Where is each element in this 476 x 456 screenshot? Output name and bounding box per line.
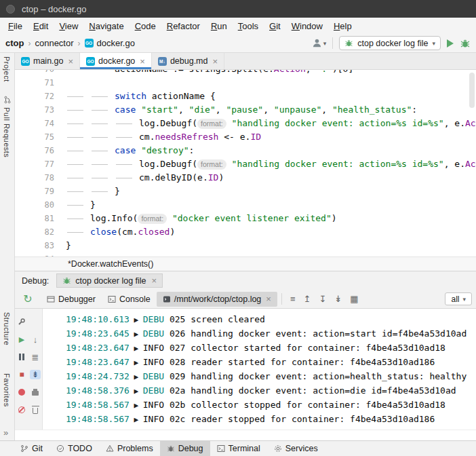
navigation-bar: ctop › connector › GO docker.go ▾ ctop d…	[0, 34, 476, 53]
menu-help[interactable]: Help	[328, 20, 357, 33]
code-token: actionName := strings.Split(e.	[115, 70, 274, 74]
sidebar-item-structure[interactable]: Structure	[3, 312, 11, 345]
log-seq: 029	[164, 371, 191, 381]
pause-button[interactable]	[19, 354, 24, 360]
sidebar-item-favorites[interactable]: Favorites	[3, 373, 11, 407]
code-line: 82close(cm.closed)	[15, 225, 476, 239]
sidebar-item-pull-requests[interactable]: Pull Requests	[3, 107, 11, 157]
soft-wrap-button[interactable]: ≣	[32, 352, 39, 362]
menu-run[interactable]: Run	[205, 20, 233, 33]
tab-debug-md[interactable]: M↓ debug.md ×	[152, 53, 224, 69]
statusbar-item-todo[interactable]: TODO	[49, 441, 99, 456]
tab-docker-go[interactable]: GO docker.go ×	[80, 53, 152, 69]
line-number: 75	[15, 130, 54, 144]
scroll-to-end-icon[interactable]: ↡	[330, 294, 346, 304]
log-level: DEBU	[143, 328, 164, 339]
code-text: log.Debugf(format: "handling docker even…	[66, 157, 476, 171]
menu-view[interactable]: View	[54, 20, 83, 33]
todo-icon	[56, 444, 64, 453]
menu-git[interactable]: Git	[264, 20, 286, 33]
code-text: case "destroy":	[66, 144, 194, 157]
menu-navigate[interactable]: Navigate	[83, 20, 129, 33]
stop-button[interactable]: ■	[19, 370, 24, 379]
chevron-down-icon: ▾	[323, 40, 327, 47]
code-token: "unpause"	[274, 104, 321, 115]
layout-grid-icon[interactable]: ▦	[346, 294, 362, 304]
log-message: reader started for container: f4be4a53d1…	[191, 357, 435, 367]
code-token: :	[412, 104, 417, 115]
menu-edit[interactable]: Edit	[28, 20, 54, 33]
menu-refactor[interactable]: Refactor	[161, 20, 205, 33]
profile-button[interactable]: ▾	[312, 38, 327, 48]
up-stack-trace-icon[interactable]: ↥	[300, 294, 315, 304]
clear-all-button[interactable]	[33, 408, 38, 414]
code-token: Action	[465, 159, 476, 169]
tab-debugger[interactable]: Debugger	[41, 292, 102, 307]
breadcrumb-project[interactable]: ctop	[5, 38, 24, 48]
statusbar-item-terminal[interactable]: Terminal	[210, 441, 267, 456]
log-message: reader stopped for container: f4be4a53d1…	[191, 414, 435, 424]
soft-wraps-icon[interactable]: ≡	[286, 294, 300, 304]
close-icon[interactable]: ×	[68, 56, 73, 66]
more-tool-windows-button[interactable]: »	[3, 428, 8, 438]
tab-whitespace-mark	[115, 171, 139, 185]
code-editor[interactable]: 70actionName := strings.Split(e.Action, …	[15, 70, 476, 256]
tab-log-file[interactable]: /mnt/work/ctop/ctop.log ×	[157, 292, 277, 307]
rerun-button[interactable]: ↻	[15, 294, 41, 305]
tab-whitespace-mark	[90, 117, 115, 130]
close-icon[interactable]: ×	[213, 56, 218, 66]
breadcrumb-package[interactable]: connector	[35, 38, 73, 48]
log-arrow-icon: ▶	[130, 401, 143, 410]
menu-file[interactable]: File	[3, 20, 28, 33]
code-token: Action	[465, 118, 476, 128]
run-button[interactable]	[447, 39, 454, 48]
log-row: 19:48:23.647 ▶ INFO 027 collector starte…	[66, 341, 476, 355]
tab-whitespace-mark	[66, 157, 90, 171]
scroll-to-end-button[interactable]: ⇟	[30, 370, 41, 379]
close-icon[interactable]: ×	[152, 276, 157, 286]
tab-main-go[interactable]: GO main.go ×	[15, 53, 80, 69]
log-arrow-icon: ▶	[130, 358, 143, 367]
editor-scrollbar[interactable]	[469, 73, 475, 108]
debug-session-tab[interactable]: ctop docker log file ×	[56, 273, 163, 288]
statusbar-item-problems[interactable]: Problems	[99, 441, 160, 456]
log-level: INFO	[143, 343, 164, 353]
statusbar-item-debug[interactable]: Debug	[160, 441, 210, 456]
log-file-tab-icon	[163, 295, 171, 303]
tab-whitespace-mark	[66, 117, 90, 130]
menu-tools[interactable]: Tools	[233, 20, 264, 33]
log-output[interactable]: 19:48:10.613 ▶ DEBU 025 screen cleared19…	[43, 309, 476, 430]
code-line: 71	[15, 76, 476, 90]
settings-wrench-button[interactable]	[18, 318, 26, 326]
pull-requests-icon[interactable]	[3, 96, 12, 104]
mute-renderers-button[interactable]	[18, 406, 25, 413]
debug-tool-window-icon	[167, 444, 175, 453]
tab-whitespace-mark	[66, 171, 90, 185]
print-button[interactable]	[32, 391, 39, 396]
close-icon[interactable]: ×	[266, 294, 271, 304]
menu-code[interactable]: Code	[130, 20, 161, 33]
close-icon[interactable]: ×	[140, 56, 145, 66]
line-number: 70	[15, 70, 54, 76]
mute-breakpoints-button[interactable]	[18, 389, 25, 396]
debug-button[interactable]	[460, 38, 471, 49]
statusbar-item-git[interactable]: Git	[14, 441, 49, 456]
breadcrumb-file[interactable]: GO docker.go	[85, 38, 135, 48]
resume-button[interactable]: ▶	[19, 335, 24, 344]
debug-panel-body: ▶ ↓ ≣ ■ ⇟ 19:48:10.613 ▶ DEBU 025 screen…	[15, 309, 476, 430]
code-line: 73case "start", "die", "pause", "unpause…	[15, 103, 476, 117]
run-configuration-select[interactable]: ctop docker log file ▾	[339, 36, 441, 50]
log-filter-select[interactable]: all ▾	[445, 292, 472, 305]
step-down-button[interactable]: ↓	[33, 335, 38, 345]
tab-console[interactable]: Console	[102, 292, 157, 307]
menu-window[interactable]: Window	[286, 20, 328, 33]
breadcrumb-separator: ›	[78, 39, 81, 48]
run-configuration-value: ctop docker log file	[357, 39, 428, 48]
sidebar-item-project[interactable]: Project	[3, 56, 11, 82]
horizontal-scrollbar-track[interactable]	[15, 430, 476, 440]
code-token: Action	[274, 70, 306, 74]
statusbar-item-services[interactable]: Services	[267, 441, 325, 456]
line-number: 79	[15, 185, 54, 198]
window-close-button[interactable]	[6, 5, 15, 14]
down-stack-trace-icon[interactable]: ↧	[315, 294, 330, 304]
